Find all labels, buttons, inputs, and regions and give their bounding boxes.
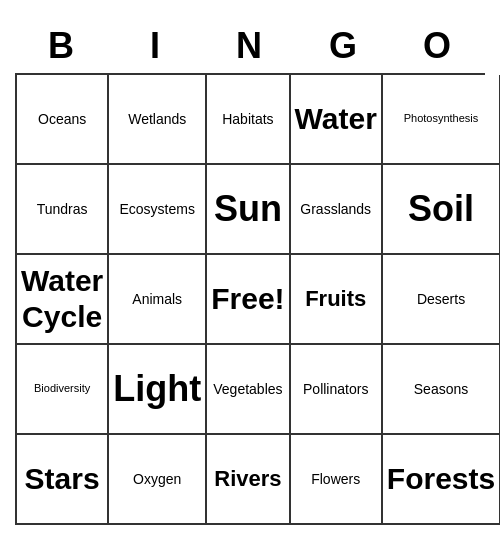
bingo-cell-14: Deserts — [383, 255, 500, 345]
header-letter: B — [15, 19, 109, 73]
bingo-cell-17: Vegetables — [207, 345, 290, 435]
bingo-cell-22: Rivers — [207, 435, 290, 525]
bingo-cell-23: Flowers — [291, 435, 383, 525]
bingo-cell-15: Biodiversity — [17, 345, 109, 435]
bingo-card: BINGO OceansWetlandsHabitatsWaterPhotosy… — [15, 19, 485, 525]
header-letter: I — [109, 19, 203, 73]
bingo-cell-3: Water — [291, 75, 383, 165]
bingo-cell-1: Wetlands — [109, 75, 207, 165]
header-letter: G — [297, 19, 391, 73]
header-letter: O — [391, 19, 485, 73]
bingo-cell-18: Pollinators — [291, 345, 383, 435]
bingo-grid: OceansWetlandsHabitatsWaterPhotosynthesi… — [15, 73, 485, 525]
bingo-cell-12: Free! — [207, 255, 290, 345]
bingo-cell-13: Fruits — [291, 255, 383, 345]
bingo-header: BINGO — [15, 19, 485, 73]
bingo-cell-19: Seasons — [383, 345, 500, 435]
bingo-cell-0: Oceans — [17, 75, 109, 165]
bingo-cell-21: Oxygen — [109, 435, 207, 525]
bingo-cell-4: Photosynthesis — [383, 75, 500, 165]
bingo-cell-24: Forests — [383, 435, 500, 525]
bingo-cell-20: Stars — [17, 435, 109, 525]
bingo-cell-5: Tundras — [17, 165, 109, 255]
header-letter: N — [203, 19, 297, 73]
bingo-cell-11: Animals — [109, 255, 207, 345]
bingo-cell-9: Soil — [383, 165, 500, 255]
bingo-cell-7: Sun — [207, 165, 290, 255]
bingo-cell-16: Light — [109, 345, 207, 435]
bingo-cell-2: Habitats — [207, 75, 290, 165]
bingo-cell-6: Ecosystems — [109, 165, 207, 255]
bingo-cell-8: Grasslands — [291, 165, 383, 255]
bingo-cell-10: Water Cycle — [17, 255, 109, 345]
